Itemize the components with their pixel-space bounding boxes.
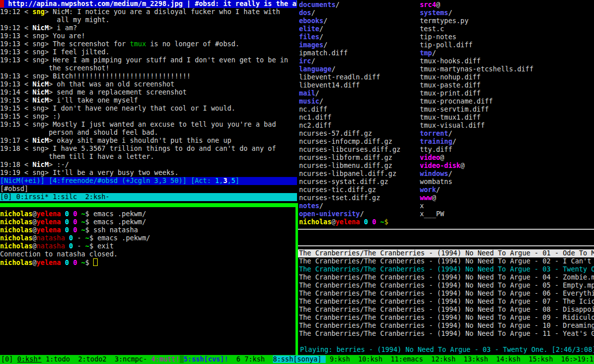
text-segment: 19:13 < sng> Bitch!!!!!!!!!!!!!!!!!!!!!!… — [0, 72, 191, 80]
text-segment: 0 — [65, 218, 69, 226]
text-segment: emacs .pekwm/ — [93, 218, 146, 226]
text-segment: nicholas — [0, 226, 33, 234]
irc-chat-area[interactable]: 19:12 < sng> NicM: I notice you are a di… — [0, 8, 297, 177]
directory-name: documents — [299, 1, 336, 9]
text-segment: tmux — [130, 40, 146, 48]
file-entry: torrent/ — [420, 130, 594, 138]
shell-prompt[interactable]: nicholas@yelena 0 0 ~$ — [299, 218, 594, 226]
text-segment: 19:15 < sng> :) — [0, 113, 61, 120]
text-segment: person and should feel bad. — [0, 129, 158, 136]
playlist-row[interactable]: The Cranberries/The Cranberries - (1994)… — [298, 314, 594, 322]
text-segment: @ — [33, 234, 37, 242]
chat-line: 19:19 < sng> It'll be a very busy two we… — [0, 169, 297, 177]
playlist-row[interactable]: The Cranberries/The Cranberries - (1994)… — [298, 265, 594, 274]
file-entry: wombatns — [420, 178, 594, 186]
symlink-name: src4 — [420, 1, 436, 9]
now-playing-line: Playing: berries - (1994) No Need To Arg… — [300, 346, 594, 354]
playlist-row[interactable]: The Cranberries/The Cranberries - (1994)… — [298, 322, 594, 330]
chat-line: 19:15 < sng> I don't have one nearly tha… — [0, 105, 297, 113]
text-segment: NicM — [33, 80, 49, 88]
text-segment: @ — [33, 210, 37, 218]
file-name: nc2.diff — [299, 122, 332, 129]
file-name: tmux-visual.diff — [420, 122, 485, 129]
playlist-row[interactable]: The Cranberries/The Cranberries - (1994)… — [298, 249, 594, 257]
directory-name: files — [299, 33, 319, 41]
chat-line: 19:18 < sng> I have 5.3567 trillion thin… — [0, 145, 297, 153]
file-name: ncurses-libpanel.diff.gz — [299, 170, 396, 177]
text-segment — [180, 355, 184, 363]
file-entry: libevent14.diff — [299, 81, 420, 89]
directory-name: open-university — [299, 210, 360, 218]
file-name: test.c — [420, 25, 444, 33]
file-name: x___PW — [420, 210, 444, 218]
shell-output-line: nicholas@yelena 0 0 ~$ — [0, 258, 294, 266]
text-segment: 19:19 < sng> It'll be a very busy two we… — [0, 169, 179, 176]
file-entry: tip-poll.diff — [420, 41, 594, 49]
file-entry: dos/ — [299, 9, 420, 17]
text-segment: nicholas — [0, 210, 33, 218]
text-segment — [61, 218, 65, 226]
text-segment: @ — [33, 259, 37, 266]
text-segment: NicM — [33, 161, 49, 168]
file-entry: tmux-servtim.diff — [420, 106, 594, 114]
window-list[interactable]: [0] 0:ksh* 1:todo 2:todo2 3:ncmpc- 4:mut… — [0, 355, 577, 363]
chat-line: 19:13 < sng> You are! — [0, 32, 297, 40]
file-name: ncurses-libmenu.diff.gz — [299, 162, 392, 169]
playlist-row[interactable]: The Cranberries/The Cranberries - (1994)… — [298, 330, 594, 338]
playlist-row[interactable]: The Cranberries/The Cranberries - (1994)… — [298, 306, 594, 314]
file-type-indicator: / — [319, 98, 323, 105]
playlist[interactable]: The Cranberries/The Cranberries - (1994)… — [298, 249, 594, 338]
file-name: tmux-paste.diff — [420, 81, 481, 89]
file-name: ncurses-libform.diff.gz — [299, 154, 392, 161]
text-segment: 9:ksh 10:ksh 11:emacs 12:ksh 13:ksh 14:k… — [326, 355, 577, 363]
file-type-indicator: / — [311, 9, 315, 17]
text-segment: > okay shit maybe i shouldn't put this o… — [49, 137, 232, 144]
file-name: ncurses-infocmp.diff.gz — [299, 138, 392, 145]
text-segment: @ — [33, 218, 37, 226]
text-segment: - — [73, 242, 85, 250]
text-segment: > i am? — [49, 24, 77, 32]
text-segment: emacs .pekwm/ — [98, 234, 151, 242]
file-entry: ebooks/ — [299, 17, 420, 25]
playlist-row[interactable]: The Cranberries/The Cranberries - (1994)… — [298, 274, 594, 282]
text-segment: 5:ssh[cvs]! — [184, 355, 229, 363]
file-type-indicator: / — [448, 130, 452, 137]
text-segment: 19:15 < sng> I don't have one nearly tha… — [0, 105, 236, 112]
progress-bar[interactable]: ========================================… — [299, 338, 594, 346]
directory-name: systems — [420, 9, 448, 17]
file-type-indicator: / — [453, 138, 457, 145]
file-name: libevent14.diff — [299, 81, 360, 89]
file-entry: documents/ — [299, 1, 420, 9]
playlist-row[interactable]: The Cranberries/The Cranberries - (1994)… — [298, 298, 594, 306]
file-name: ncurses-tic.diff.gz — [299, 186, 376, 194]
text-segment: [NicM(+ei)] [4:freenode/#obsd (+Jcgln 3,… — [0, 177, 215, 185]
directory-name: dos — [299, 9, 311, 17]
file-entry: ncurses-57.diff.gz — [299, 130, 420, 138]
file-entry: tmux-nohup.diff — [420, 73, 594, 81]
playlist-row[interactable]: The Cranberries/The Cranberries - (1994)… — [298, 290, 594, 298]
tmux-status-bar: [0] 0:ksh* 1:todo 2:todo2 3:ncmpc- 4:mut… — [0, 355, 594, 364]
text-segment: NicM — [33, 24, 49, 32]
text-segment — [69, 218, 73, 226]
text-segment — [69, 259, 73, 266]
text-segment: 0 — [65, 259, 69, 266]
text-segment: $ — [85, 218, 93, 226]
file-entry: mail/ — [299, 89, 420, 98]
file-name: termtypes.py — [420, 17, 469, 25]
left-shell-pane[interactable]: nicholas@yelena 0 0 ~$ emacs .pekwm/nich… — [0, 210, 294, 266]
irc-topic-bar: http://apina.nwpshost.com/medium/m_2298.… — [0, 0, 297, 8]
irc-input-line[interactable]: [#obsd] — [0, 185, 297, 193]
file-entry: tmux-visual.diff — [420, 122, 594, 130]
terminal-screen: http://apina.nwpshost.com/medium/m_2298.… — [0, 0, 594, 364]
file-name: tmux-print.diff — [420, 89, 481, 97]
text-segment: 0 — [73, 226, 77, 234]
directory-name: mail — [299, 89, 315, 97]
text-segment: > send me a replacement screenshot — [49, 88, 187, 96]
file-type-indicator: / — [311, 57, 315, 65]
playlist-row[interactable]: The Cranberries/The Cranberries - (1994)… — [298, 257, 594, 265]
file-entry: ncurses-infocmp.diff.gz — [299, 138, 420, 146]
file-entry: video@ — [420, 154, 594, 162]
file-entry: nc.diff — [299, 106, 420, 114]
text-segment: > oh that was an old screenshot — [49, 80, 175, 88]
playlist-row[interactable]: The Cranberries/The Cranberries - (1994)… — [298, 282, 594, 290]
